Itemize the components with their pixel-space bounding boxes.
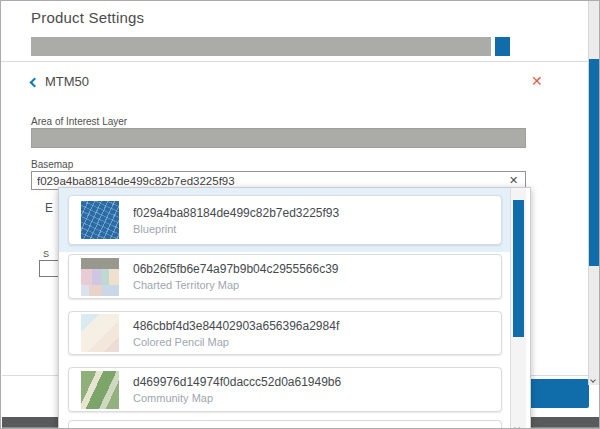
basemap-thumbnail-community (81, 371, 119, 409)
clear-basemap-icon[interactable]: ✕ (509, 173, 518, 187)
basemap-option[interactable]: d469976d14974f0daccc52d0a61949b6Communit… (68, 367, 502, 412)
basemap-option-name: Blueprint (133, 223, 339, 235)
basemap-option-id: f029a4ba88184de499c82b7ed3225f93 (133, 206, 339, 220)
basemap-option[interactable]: 06b26f5fb6e74a97b9b04c2955566c39Charted … (68, 254, 502, 299)
basemap-option-text: 06b26f5fb6e74a97b9b04c2955566c39Charted … (133, 262, 339, 291)
back-button[interactable]: MTM50 (31, 74, 89, 89)
dropdown-scrollbar[interactable] (510, 188, 526, 429)
basemap-option-text: 486cbbf4d3e84402903a656396a2984fColored … (133, 319, 339, 348)
header-divider (1, 61, 588, 62)
chevron-down-icon[interactable] (591, 368, 595, 386)
basemap-option-name: Colored Pencil Map (133, 336, 339, 348)
basemap-thumbnail-blueprint (81, 201, 119, 239)
obscured-field-label-e: E (45, 201, 53, 215)
page-scrollbar[interactable] (588, 1, 599, 385)
product-action-button[interactable] (495, 37, 510, 56)
basemap-option-name: Charted Territory Map (133, 279, 339, 291)
basemap-dropdown: f029a4ba88184de499c82b7ed3225f93Blueprin… (58, 187, 531, 429)
basemap-option-name: Community Map (133, 392, 341, 404)
basemap-option-id: d469976d14974f0daccc52d0a61949b6 (133, 375, 341, 389)
chevron-down-icon[interactable] (515, 416, 519, 429)
page-scrollbar-thumb[interactable] (589, 59, 599, 266)
basemap-option-partial[interactable] (68, 420, 502, 429)
dropdown-scrollbar-thumb[interactable] (513, 200, 524, 337)
basemap-thumbnail-charted-territory (81, 258, 119, 296)
basemap-thumbnail-colored-pencil (81, 314, 119, 352)
primary-action-button[interactable] (522, 379, 589, 408)
close-panel-icon[interactable]: ✕ (531, 74, 543, 88)
basemap-option-text: f029a4ba88184de499c82b7ed3225f93Blueprin… (133, 206, 339, 235)
page-title: Product Settings (31, 9, 144, 26)
basemap-option-text: d469976d14974f0daccc52d0a61949b6Communit… (133, 375, 341, 404)
product-settings-window: Product Settings MTM50 ✕ Area of Interes… (0, 0, 600, 429)
basemap-label: Basemap (31, 159, 73, 170)
basemap-option-id: 06b26f5fb6e74a97b9b04c2955566c39 (133, 262, 339, 276)
basemap-option-selected[interactable]: f029a4ba88184de499c82b7ed3225f93Blueprin… (68, 195, 502, 245)
aoi-label: Area of Interest Layer (31, 116, 127, 127)
back-label: MTM50 (45, 74, 89, 89)
basemap-option[interactable]: 486cbbf4d3e84402903a656396a2984fColored … (68, 311, 502, 355)
product-disabled-input (31, 37, 491, 56)
basemap-option-id: 486cbbf4d3e84402903a656396a2984f (133, 319, 339, 333)
chevron-left-icon (30, 77, 40, 87)
aoi-disabled-input (31, 128, 526, 148)
obscured-field-label-s: S (43, 249, 49, 259)
